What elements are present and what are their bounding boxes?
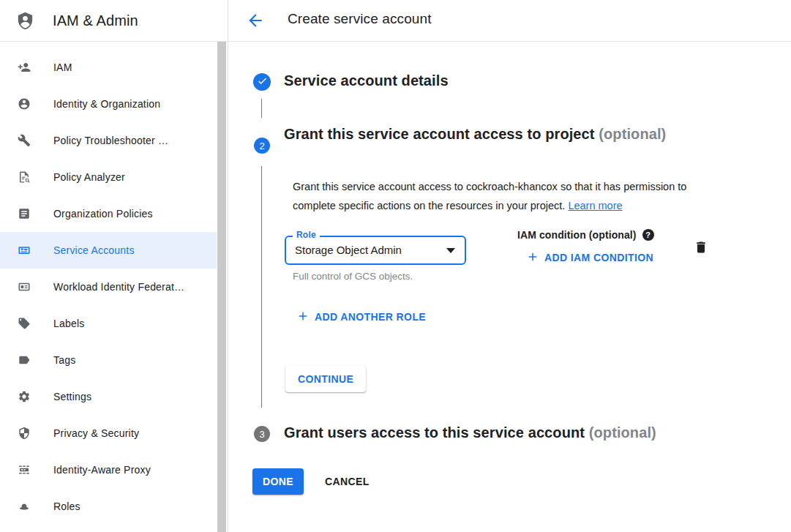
role-select-value: Storage Object Admin — [295, 237, 402, 263]
role-helper-text: Full control of GCS objects. — [293, 271, 413, 282]
person-add-icon — [18, 61, 31, 74]
shield-half-icon — [18, 427, 31, 440]
step3-number: 3 — [259, 429, 264, 440]
learn-more-link[interactable]: Learn more — [568, 200, 622, 211]
step2-optional-label: (optional) — [599, 126, 666, 142]
document-lines-icon — [18, 207, 31, 220]
product-header: IAM & Admin — [0, 0, 228, 41]
person-circle-icon — [18, 97, 31, 110]
step2-title: Grant this service account access to pro… — [284, 121, 672, 146]
sidebar-scrollbar[interactable] — [217, 42, 226, 532]
iam-condition-header: IAM condition (optional) ? — [517, 229, 654, 241]
step2-number: 2 — [259, 141, 264, 151]
sidebar-item-workload-identity-federation[interactable]: Workload Identity Federat… — [0, 269, 217, 305]
step3-title: Grant users access to this service accou… — [284, 424, 656, 441]
label-tag-icon — [18, 317, 31, 330]
sidebar-item-label: Settings — [53, 391, 91, 402]
sidebar-item-label: Organization Policies — [53, 208, 153, 220]
top-app-bar: IAM & Admin Create service account — [0, 0, 791, 42]
create-service-account-page: IAM & Admin Create service account IAM I… — [0, 0, 791, 532]
sidebar-item-identity-organization[interactable]: Identity & Organization — [0, 86, 217, 122]
step2-description: Grant this service account access to coc… — [293, 178, 732, 215]
sidebar-item-policy-analyzer[interactable]: Policy Analyzer — [0, 159, 217, 195]
sidebar-item-tags[interactable]: Tags — [0, 342, 217, 378]
sidebar-item-label: Privacy & Security — [53, 427, 139, 439]
gear-icon — [18, 390, 31, 403]
sidebar-item-label: Policy Troubleshooter … — [53, 135, 168, 146]
sidebar-item-label: Policy Analyzer — [53, 171, 125, 183]
sidebar-item-service-accounts[interactable]: Service Accounts — [0, 232, 217, 269]
delete-role-button[interactable] — [694, 239, 708, 255]
sidebar-item-label: Roles — [53, 501, 80, 512]
step2-connector-line — [261, 166, 262, 408]
trash-icon — [694, 239, 708, 255]
sidebar-item-label: Identity & Organization — [53, 98, 160, 110]
check-icon — [257, 75, 268, 89]
sidebar-item-identity-aware-proxy[interactable]: Identity-Aware Proxy — [0, 452, 217, 488]
step-connector-line — [261, 99, 262, 118]
iam-admin-sidebar: IAM Identity & Organization Policy Troub… — [0, 42, 228, 532]
policy-analyzer-icon — [18, 171, 31, 184]
sidebar-item-settings[interactable]: Settings — [0, 378, 217, 415]
add-iam-condition-button[interactable]: ADD IAM CONDITION — [526, 250, 653, 265]
sidebar-item-roles[interactable]: Roles — [0, 488, 217, 525]
plus-icon — [526, 250, 539, 266]
plus-icon — [296, 310, 310, 325]
done-button[interactable]: DONE — [252, 468, 304, 495]
iam-condition-label: IAM condition (optional) — [517, 229, 637, 241]
sidebar-item-privacy-security[interactable]: Privacy & Security — [0, 415, 217, 452]
sidebar-item-policy-troubleshooter[interactable]: Policy Troubleshooter … — [0, 122, 217, 159]
sidebar-item-label: Tags — [53, 354, 75, 366]
sidebar-item-label: Identity-Aware Proxy — [53, 464, 151, 476]
sidebar-item-label: Labels — [53, 318, 84, 329]
wrench-icon — [18, 134, 31, 147]
iam-shield-logo-icon — [15, 11, 35, 31]
app-title[interactable]: IAM & Admin — [53, 12, 138, 29]
back-arrow-icon[interactable] — [246, 11, 265, 30]
cancel-button[interactable]: CANCEL — [325, 468, 370, 495]
step3-optional-label: (optional) — [589, 424, 656, 441]
role-select[interactable]: Role Storage Object Admin — [285, 236, 466, 265]
add-another-role-button[interactable]: ADD ANOTHER ROLE — [296, 310, 426, 324]
tag-arrow-icon — [18, 353, 31, 367]
service-account-key-icon — [18, 244, 31, 257]
sidebar-item-organization-policies[interactable]: Organization Policies — [0, 195, 217, 232]
step1-title: Service account details — [284, 72, 449, 89]
chevron-down-icon — [446, 248, 455, 253]
sidebar-item-label: Service Accounts — [53, 244, 135, 256]
hat-icon — [18, 500, 31, 513]
page-title: Create service account — [288, 11, 432, 27]
step2-number-badge: 2 — [254, 138, 270, 154]
step1-completed-badge — [253, 73, 271, 91]
continue-button[interactable]: CONTINUE — [285, 366, 366, 392]
proxy-gateway-icon — [18, 463, 31, 476]
sidebar-item-labels[interactable]: Labels — [0, 305, 217, 342]
step3-number-badge: 3 — [254, 426, 270, 442]
sidebar-item-label: IAM — [53, 61, 72, 73]
id-card-icon — [18, 280, 31, 293]
help-icon[interactable]: ? — [642, 229, 654, 241]
sidebar-item-iam[interactable]: IAM — [0, 49, 217, 86]
sidebar-item-label: Workload Identity Federat… — [53, 281, 184, 293]
